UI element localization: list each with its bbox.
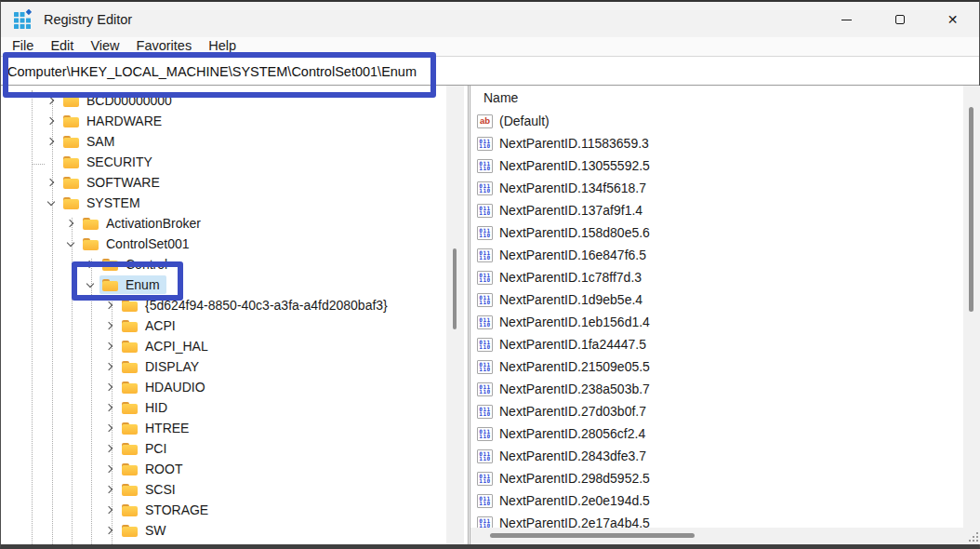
chevron-right-icon[interactable] (44, 176, 58, 190)
chevron-right-icon[interactable] (83, 258, 97, 272)
tree-item-scsi[interactable]: SCSI (1, 479, 446, 500)
tree-item-bcd00000000[interactable]: BCD00000000 (1, 90, 446, 111)
chevron-right-icon[interactable] (102, 544, 116, 545)
chevron-right-icon[interactable] (44, 114, 58, 128)
maximize-button[interactable] (873, 2, 926, 37)
value-row[interactable]: 011110 NextParentID.21509e05.5 (470, 355, 960, 378)
value-row[interactable]: 011110 NextParentID.13055592.5 (470, 154, 960, 177)
tree-item-display[interactable]: DISPLAY (1, 356, 446, 377)
tree-item-label: ACPI_HAL (145, 339, 208, 354)
value-row[interactable]: 011110 NextParentID.134f5618.7 (470, 177, 960, 199)
values-horizontal-scrollbar[interactable] (470, 528, 963, 544)
tree-item-software[interactable]: SOFTWARE (1, 172, 446, 193)
folder-icon (122, 341, 138, 353)
value-row[interactable]: 011110 NextParentID.1c78ff7d.3 (470, 266, 960, 288)
chevron-right-icon[interactable] (102, 462, 116, 476)
tree-item-hid[interactable]: HID (1, 397, 446, 418)
chevron-right-icon[interactable] (102, 483, 116, 497)
value-row[interactable]: 011110 NextParentID.28056cf2.4 (470, 422, 960, 445)
chevron-right-icon[interactable] (63, 217, 77, 231)
value-row[interactable]: 011110 NextParentID.2e0e194d.5 (470, 489, 960, 512)
chevron-right-icon[interactable] (102, 360, 116, 374)
column-header-label: Name (470, 90, 518, 105)
tree-item-sw[interactable]: SW (1, 520, 446, 541)
dword-value-icon: 011110 (477, 405, 493, 419)
column-header-name[interactable]: Name (470, 86, 980, 110)
tree-item-security[interactable]: SECURITY (1, 152, 446, 172)
menu-edit[interactable]: Edit (42, 37, 82, 56)
window-frame: Registry Editor ✕ File Edit View Favorit… (0, 0, 980, 549)
window-title: Registry Editor (44, 12, 132, 27)
tree-item-activationbroker[interactable]: ActivationBroker (1, 213, 446, 234)
dword-value-icon: 011110 (477, 159, 493, 173)
chevron-right-icon[interactable] (44, 135, 58, 149)
menu-bar: File Edit View Favorites Help (1, 37, 979, 57)
title-bar[interactable]: Registry Editor ✕ (1, 2, 979, 37)
tree-item-swd[interactable]: SWD (1, 541, 446, 544)
folder-icon (63, 177, 79, 189)
value-row[interactable]: 011110 NextParentID.27d03b0f.7 (470, 400, 960, 422)
folder-icon (122, 484, 138, 496)
address-bar-path[interactable]: Computer\HKEY_LOCAL_MACHINE\SYSTEM\Contr… (1, 64, 417, 79)
tree-item-controlset001[interactable]: ControlSet001 (1, 234, 446, 254)
dword-value-icon: 011110 (477, 226, 493, 240)
tree-item-control[interactable]: Control (1, 254, 446, 274)
folder-icon (122, 402, 138, 414)
tree-item-htree[interactable]: HTREE (1, 418, 446, 438)
value-row[interactable]: 011110 NextParentID.1d9eb5e.4 (470, 288, 960, 311)
tree-vertical-scrollbar[interactable] (446, 86, 464, 544)
tree-item-acpi[interactable]: ACPI (1, 315, 446, 336)
value-row[interactable]: 011110 NextParentID.2843dfe3.7 (470, 445, 960, 467)
tree-item-storage[interactable]: STORAGE (1, 500, 446, 520)
menu-favorites[interactable]: Favorites (128, 37, 201, 56)
tree-vertical-scrollbar-thumb[interactable] (453, 248, 457, 329)
values-vertical-scrollbar[interactable] (963, 86, 980, 544)
chevron-right-icon[interactable] (102, 340, 116, 354)
value-row[interactable]: 011110 NextParentID.158d80e5.6 (470, 221, 960, 244)
menu-view[interactable]: View (82, 37, 127, 56)
values-vertical-scrollbar-thumb[interactable] (969, 107, 973, 312)
resize-grip-icon[interactable] (968, 531, 979, 542)
tree-item-enum[interactable]: Enum (1, 274, 446, 295)
minimize-button[interactable] (820, 2, 873, 37)
dword-value-icon: 011110 (477, 449, 493, 463)
tree-item-pci[interactable]: PCI (1, 438, 446, 459)
folder-icon (63, 115, 79, 127)
value-row[interactable]: 011110 NextParentID.298d5952.5 (470, 467, 960, 489)
value-row[interactable]: 011110 NextParentID.1fa24447.5 (470, 333, 960, 355)
menu-help[interactable]: Help (200, 37, 245, 56)
value-row[interactable]: 011110 NextParentID.11583659.3 (470, 132, 960, 154)
chevron-right-icon[interactable] (102, 381, 116, 395)
chevron-right-icon[interactable] (102, 422, 116, 435)
value-row-default[interactable]: ab (Default) (470, 110, 960, 132)
value-row[interactable]: 011110 NextParentID.16e847f6.5 (470, 244, 960, 266)
chevron-right-icon[interactable] (102, 299, 116, 313)
chevron-right-icon[interactable] (102, 442, 116, 456)
tree-item-sam[interactable]: SAM (1, 131, 446, 152)
chevron-right-icon[interactable] (102, 401, 116, 415)
address-bar[interactable]: Computer\HKEY_LOCAL_MACHINE\SYSTEM\Contr… (1, 58, 979, 86)
menu-file[interactable]: File (4, 37, 42, 56)
tree-item-root[interactable]: ROOT (1, 459, 446, 479)
value-row[interactable]: 011110 NextParentID.238a503b.7 (470, 378, 960, 400)
tree-item-system[interactable]: SYSTEM (1, 193, 446, 213)
chevron-right-icon[interactable] (102, 503, 116, 517)
dword-value-icon: 011110 (477, 248, 493, 262)
value-name: NextParentID.16e847f6.5 (499, 248, 646, 262)
chevron-down-icon[interactable] (63, 237, 77, 251)
tree-item-hardware[interactable]: HARDWARE (1, 111, 446, 131)
close-button[interactable]: ✕ (926, 2, 979, 37)
value-row[interactable]: 011110 NextParentID.137af9f1.4 (470, 199, 960, 221)
tree-item-guid-5d624f94[interactable]: {5d624f94-8850-40c3-a3fa-a4fd2080baf3} (1, 295, 446, 315)
value-row[interactable]: 011110 NextParentID.1eb156d1.4 (470, 311, 960, 333)
folder-icon (83, 218, 99, 230)
chevron-right-icon[interactable] (102, 524, 116, 538)
chevron-right-icon[interactable] (44, 94, 58, 108)
chevron-down-icon[interactable] (83, 278, 97, 292)
dword-value-icon: 011110 (477, 427, 493, 441)
tree-item-acpi-hal[interactable]: ACPI_HAL (1, 336, 446, 356)
chevron-right-icon[interactable] (102, 319, 116, 333)
values-horizontal-scrollbar-thumb[interactable] (490, 533, 695, 538)
chevron-down-icon[interactable] (44, 196, 58, 210)
tree-item-hdaudio[interactable]: HDAUDIO (1, 377, 446, 397)
